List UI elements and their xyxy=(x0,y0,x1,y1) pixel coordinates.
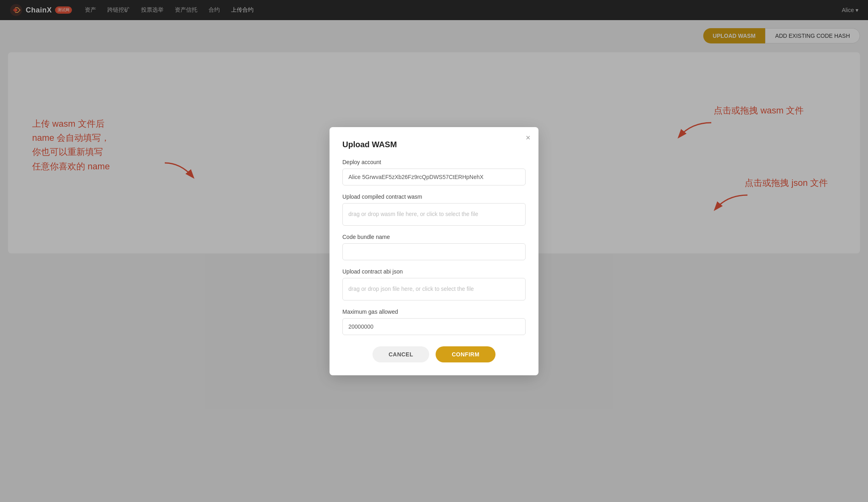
code-bundle-label: Code bundle name xyxy=(342,234,526,240)
modal-close-button[interactable]: × xyxy=(526,134,530,142)
modal-footer: CANCEL CONFIRM xyxy=(342,346,526,362)
wasm-placeholder: drag or drop wasm file here, or click to… xyxy=(348,211,478,217)
code-bundle-input[interactable] xyxy=(342,243,526,260)
deploy-account-input[interactable] xyxy=(342,169,526,185)
upload-abi-group: Upload contract abi json drag or drop js… xyxy=(342,268,526,300)
deploy-account-label: Deploy account xyxy=(342,159,526,165)
cancel-button[interactable]: CANCEL xyxy=(373,346,429,362)
abi-upload-label: Upload contract abi json xyxy=(342,268,526,275)
modal-title: Upload WASM xyxy=(342,140,526,149)
gas-group: Maximum gas allowed xyxy=(342,309,526,335)
gas-input[interactable] xyxy=(342,318,526,335)
deploy-account-group: Deploy account xyxy=(342,159,526,185)
upload-wasm-modal: Upload WASM × Deploy account Upload comp… xyxy=(330,127,538,375)
wasm-upload-label: Upload compiled contract wasm xyxy=(342,193,526,200)
upload-wasm-group: Upload compiled contract wasm drag or dr… xyxy=(342,193,526,226)
confirm-button[interactable]: CONFIRM xyxy=(436,346,495,362)
gas-label: Maximum gas allowed xyxy=(342,309,526,315)
abi-dropzone[interactable]: drag or drop json file here, or click to… xyxy=(342,278,526,300)
abi-placeholder: drag or drop json file here, or click to… xyxy=(348,286,474,292)
code-bundle-group: Code bundle name xyxy=(342,234,526,260)
modal-overlay: Upload WASM × Deploy account Upload comp… xyxy=(0,0,868,502)
wasm-dropzone[interactable]: drag or drop wasm file here, or click to… xyxy=(342,203,526,226)
